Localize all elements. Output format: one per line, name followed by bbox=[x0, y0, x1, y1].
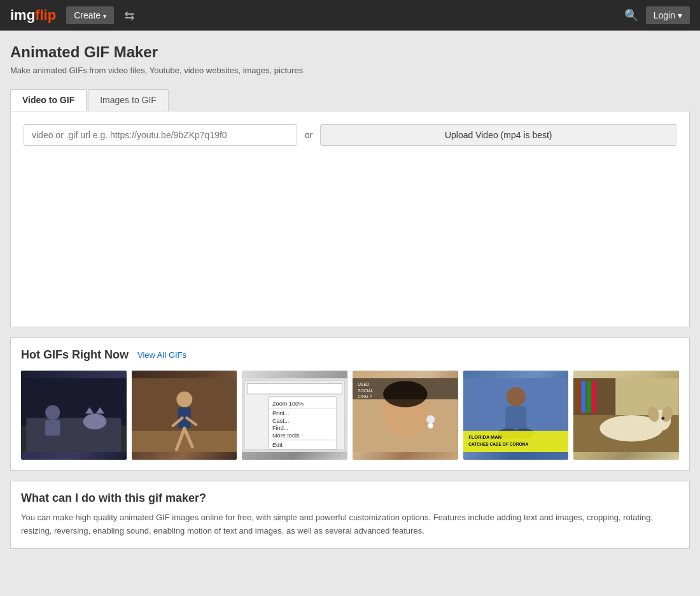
gif-placeholder-1 bbox=[21, 371, 127, 460]
svg-rect-18 bbox=[248, 383, 342, 394]
gif-item-3[interactable]: Zoom 100% Print... Cast... Find... More … bbox=[242, 371, 347, 460]
tool-panel: or Upload Video (mp4 is best) bbox=[10, 111, 690, 327]
gif-placeholder-5: FLORIDA MAN CATCHES CASE OF CORONA bbox=[463, 371, 569, 460]
or-label: or bbox=[305, 130, 312, 140]
search-icon[interactable]: 🔍 bbox=[624, 8, 638, 22]
svg-point-10 bbox=[176, 392, 192, 408]
header-left: imgflip Create ⇆ bbox=[10, 6, 135, 24]
gif-item-6[interactable] bbox=[573, 371, 679, 460]
gif-grid: Zoom 100% Print... Cast... Find... More … bbox=[21, 371, 679, 460]
page-subtitle: Make animated GIFs from video files, You… bbox=[10, 65, 690, 76]
svg-rect-55 bbox=[587, 381, 591, 413]
svg-rect-4 bbox=[45, 420, 60, 436]
create-button[interactable]: Create bbox=[66, 6, 114, 24]
svg-text:SOCIAL: SOCIAL bbox=[358, 388, 374, 393]
shuffle-icon[interactable]: ⇆ bbox=[124, 8, 135, 23]
hot-gifs-section: Hot GIFs Right Now View All GIFs bbox=[10, 337, 690, 471]
gif-item-4[interactable]: USED SOCIAL CING ? bbox=[353, 371, 458, 460]
svg-text:CING ?: CING ? bbox=[358, 394, 372, 399]
svg-rect-2 bbox=[26, 418, 121, 452]
svg-point-51 bbox=[662, 417, 665, 420]
svg-rect-54 bbox=[582, 381, 586, 413]
svg-text:More tools: More tools bbox=[272, 432, 300, 439]
svg-text:Find...: Find... bbox=[272, 425, 288, 431]
info-section: What can I do with this gif maker? You c… bbox=[10, 481, 690, 549]
logo[interactable]: imgflip bbox=[10, 7, 56, 24]
svg-text:Cast...: Cast... bbox=[272, 418, 289, 424]
hot-gifs-title: Hot GIFs Right Now bbox=[21, 348, 129, 362]
tab-container: Video to GIF Images to GIF bbox=[10, 89, 690, 111]
svg-point-38 bbox=[507, 387, 526, 406]
svg-text:CATCHES CASE OF CORONA: CATCHES CASE OF CORONA bbox=[468, 442, 528, 446]
svg-point-32 bbox=[428, 423, 433, 429]
svg-text:Print...: Print... bbox=[272, 410, 289, 416]
gif-placeholder-4: USED SOCIAL CING ? bbox=[353, 371, 458, 460]
gif-item-5[interactable]: FLORIDA MAN CATCHES CASE OF CORONA bbox=[463, 371, 569, 460]
svg-rect-53 bbox=[577, 381, 581, 413]
svg-text:FLORIDA MAN: FLORIDA MAN bbox=[468, 434, 501, 440]
upload-sublabel: (mp4 is best) bbox=[501, 130, 552, 140]
header-right: 🔍 Login ▾ bbox=[624, 6, 690, 24]
svg-text:Zoom    100%: Zoom 100% bbox=[272, 401, 304, 407]
url-row: or Upload Video (mp4 is best) bbox=[24, 124, 676, 146]
gif-placeholder-3: Zoom 100% Print... Cast... Find... More … bbox=[242, 371, 347, 460]
svg-text:Edit: Edit bbox=[272, 442, 283, 448]
hot-gifs-header: Hot GIFs Right Now View All GIFs bbox=[21, 348, 679, 362]
upload-label: Upload Video bbox=[445, 130, 498, 140]
create-label: Create bbox=[74, 10, 101, 20]
gif-item-1[interactable] bbox=[21, 371, 127, 460]
gif-placeholder-2 bbox=[132, 371, 237, 460]
info-text: You can make high quality animated GIF i… bbox=[21, 511, 679, 538]
svg-text:USED: USED bbox=[358, 383, 370, 387]
page-title: Animated GIF Maker bbox=[10, 43, 690, 61]
create-chevron-icon bbox=[103, 10, 106, 20]
login-label: Login bbox=[654, 10, 675, 20]
svg-point-5 bbox=[83, 414, 106, 430]
login-chevron-icon: ▾ bbox=[678, 10, 682, 20]
svg-rect-39 bbox=[505, 406, 526, 430]
upload-video-button[interactable]: Upload Video (mp4 is best) bbox=[320, 124, 676, 146]
info-title: What can I do with this gif maker? bbox=[21, 492, 679, 505]
gif-placeholder-6 bbox=[573, 371, 679, 460]
logo-flip-text: flip bbox=[35, 7, 56, 24]
login-button[interactable]: Login ▾ bbox=[646, 6, 690, 24]
gif-item-2[interactable] bbox=[132, 371, 237, 460]
svg-point-3 bbox=[45, 405, 60, 420]
svg-rect-9 bbox=[132, 431, 237, 452]
video-url-input[interactable] bbox=[24, 124, 297, 146]
tab-video-to-gif[interactable]: Video to GIF bbox=[10, 89, 87, 111]
main-content: Animated GIF Maker Make animated GIFs fr… bbox=[0, 31, 700, 562]
tab-images-to-gif[interactable]: Images to GIF bbox=[88, 89, 169, 111]
svg-rect-11 bbox=[178, 408, 191, 429]
header: imgflip Create ⇆ 🔍 Login ▾ bbox=[0, 0, 700, 31]
svg-rect-56 bbox=[592, 381, 596, 413]
view-all-gifs-link[interactable]: View All GIFs bbox=[137, 350, 186, 360]
svg-point-31 bbox=[426, 415, 435, 423]
logo-img-text: img bbox=[10, 7, 35, 24]
